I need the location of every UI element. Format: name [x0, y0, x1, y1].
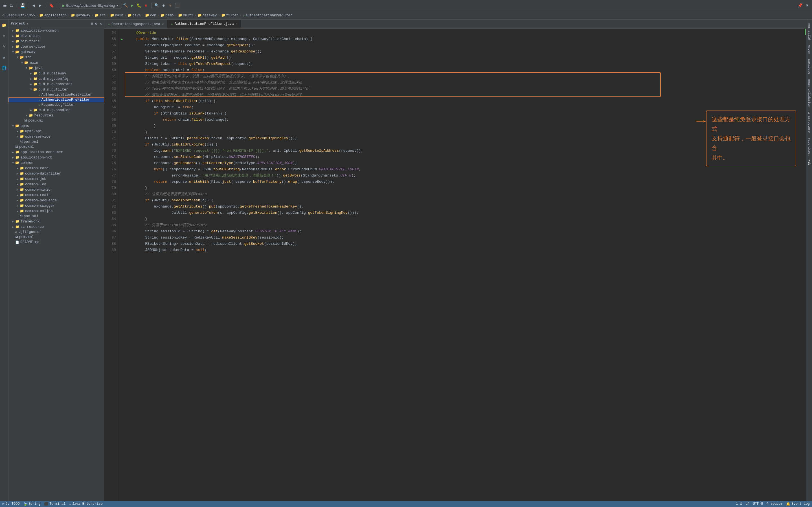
status-terminal[interactable]: ⬛ Terminal — [44, 502, 66, 506]
build-icon[interactable]: 🔨 — [123, 3, 128, 8]
tree-item-upms-api[interactable]: ▶ 📁 upms-api — [8, 128, 104, 134]
tree-item-common-sequence[interactable]: ▶ 📁 common-sequence — [8, 198, 104, 203]
tree-item-pom-common[interactable]: 𝐌 pom.xml — [8, 214, 104, 219]
tree-item-framework[interactable]: ▶ 📁 framework — [8, 219, 104, 224]
stop-icon[interactable]: ■ — [143, 3, 148, 8]
tree-item-authprefilter[interactable]: ☕ AuthenticationPreFilter — [8, 97, 104, 102]
tree-item-biz-stats[interactable]: ▶ 📁 biz-stats — [8, 33, 104, 39]
status-spring[interactable]: 🍃 Spring — [23, 502, 41, 506]
tree-item-common-xxljob[interactable]: ▶ 📁 common-xxljob — [8, 208, 104, 214]
tree-item-pom-upms[interactable]: 𝐌 pom.xml — [8, 139, 104, 145]
status-todo[interactable]: ☑ 6: TODO — [2, 502, 20, 506]
breadcrumb-demo[interactable]: 📁 demo — [161, 13, 174, 17]
tree-item-cdmgfilter[interactable]: ▼ 📂 c.d.m.g.filter — [8, 87, 104, 92]
breadcrumb-application[interactable]: 📁 application — [39, 13, 67, 17]
tree-item-common-swagger[interactable]: ▶ 📁 common-swagger — [8, 203, 104, 208]
tree-item-pom-main[interactable]: 𝐌 pom.xml — [8, 235, 104, 240]
tab-operationlogaspect[interactable]: ☕ OperationLogAspect.java ✕ — [104, 20, 167, 29]
status-encoding[interactable]: UTF-8 — [753, 502, 763, 506]
tree-item-readme[interactable]: 📄 README.md — [8, 240, 104, 245]
terminal-icon[interactable]: ⬛ — [175, 3, 180, 8]
tree-item-cdmghandler[interactable]: ▶ 📁 c.d.m.g.handler — [8, 107, 104, 113]
tree-item-common-redis[interactable]: ▶ 📁 common-redis — [8, 192, 104, 198]
database-panel[interactable]: Database — [807, 57, 811, 76]
structure-icon[interactable]: ≡ — [1, 33, 7, 39]
tree-item-src[interactable]: ▼ 📂 src — [8, 55, 104, 60]
tree-item-zz-resource[interactable]: ▶ 📁 zz-resource — [8, 224, 104, 230]
breadcrumb-gateway[interactable]: 📁 gateway — [71, 13, 90, 17]
tab-close-1[interactable]: ✕ — [162, 22, 164, 26]
tree-item-cdmgateway[interactable]: ▶ 📁 c.d.m.gateway — [8, 71, 104, 76]
vcs-icon[interactable]: ⑂ — [1, 44, 7, 50]
tree-item-resources[interactable]: ▶ 📁 resources — [8, 113, 104, 118]
tree-item-cdmgconfig[interactable]: ▶ 📁 c.d.m.g.config — [8, 76, 104, 81]
breadcrumb-project[interactable]: 🗂 DemoMulti-1055 — [2, 13, 35, 17]
project-icon[interactable]: 🗂 — [9, 3, 14, 8]
bookmark-icon[interactable]: 🔖 — [49, 3, 54, 8]
favorites-panel[interactable]: Favorites — [807, 135, 811, 157]
tree-item-upms-service[interactable]: ▶ 📁 upms-service — [8, 134, 104, 139]
tree-item-upms[interactable]: ▼ 📂 upms — [8, 123, 104, 128]
z-structure-panel[interactable]: Z Structure — [807, 110, 811, 135]
tree-item-common-datafilter[interactable]: ▶ 📁 common-datafilter — [8, 171, 104, 176]
tree-item-gateway[interactable]: ▼ 📂 gateway — [8, 49, 104, 55]
run-icon[interactable]: ▶ — [130, 3, 135, 8]
tree-item-java[interactable]: ▼ 📂 java — [8, 65, 104, 71]
code-content[interactable]: 这些都是纯免登录接口的处理方式支持通配符，一般登录接口会包含其中。 → @Ove… — [125, 29, 802, 501]
close-tree-icon[interactable]: ✕ — [100, 21, 102, 26]
dropdown-arrow[interactable]: ▼ — [26, 22, 28, 25]
breadcrumb-file[interactable]: ☕ AuthenticationPreFilter — [242, 13, 292, 17]
breadcrumb-multi[interactable]: 📁 multi — [178, 13, 193, 17]
tree-item-pom-root[interactable]: 𝐌 pom.xml — [8, 145, 104, 150]
status-java-enterprise[interactable]: ☕ Java Enterprise — [69, 502, 102, 506]
tab-close-2[interactable]: ✕ — [235, 22, 237, 26]
search-icon[interactable]: 🔍 — [154, 3, 159, 8]
status-lf[interactable]: LF — [745, 502, 749, 506]
project-view-icon[interactable]: 📁 — [1, 22, 7, 28]
run-gutter-icon[interactable]: ▶ — [121, 37, 123, 42]
ant-build-panel[interactable]: Ant Build — [807, 21, 811, 42]
breadcrumb-main[interactable]: 📁 main — [110, 13, 123, 17]
breadcrumb-gateway2[interactable]: 📁 gateway — [198, 13, 217, 17]
back-icon[interactable]: ◀ — [31, 3, 36, 8]
tree-item-main[interactable]: ▼ 📂 main — [8, 60, 104, 65]
breadcrumb-src[interactable]: 📁 src — [95, 13, 106, 17]
tree-item-common[interactable]: ▼ 📂 common — [8, 160, 104, 166]
status-position[interactable]: 1:1 — [736, 502, 742, 506]
tree-item-common-core[interactable]: ▶ 📁 common-core — [8, 166, 104, 171]
tree-item-common-job[interactable]: ▶ 📁 common-job — [8, 176, 104, 182]
web-icon[interactable]: 🌐 — [1, 65, 7, 71]
forward-icon[interactable]: ▶ — [38, 3, 43, 8]
tree-item-requestlogfilter[interactable]: ☕ RequestLogFilter — [8, 102, 104, 107]
settings-tree-icon[interactable]: ⚙ — [95, 21, 97, 26]
tab-authprefilter[interactable]: ☕ AuthenticationPreFilter.java ✕ — [167, 20, 241, 29]
bean-validation-panel[interactable]: Bean Validation — [807, 77, 811, 109]
web-panel[interactable]: Web — [807, 157, 811, 168]
tree-item-application-common[interactable]: ▶ 📁 application-common — [8, 28, 104, 33]
breadcrumb-filter[interactable]: 📁 filter — [221, 13, 238, 17]
favorites-icon[interactable]: ★ — [1, 54, 7, 60]
collapse-all-icon[interactable]: ⊟ — [91, 21, 93, 26]
tree-item-app-consumer[interactable]: ▶ 📁 application-consumer — [8, 150, 104, 155]
status-spaces[interactable]: 4 spaces — [767, 502, 783, 506]
pin-icon[interactable]: 📌 — [797, 3, 802, 8]
tree-item-authpostfilter[interactable]: ☕ AuthenticationPostFilter — [8, 92, 104, 97]
menu-icon[interactable]: ☰ — [2, 3, 7, 8]
settings-icon[interactable]: ⚙ — [161, 3, 166, 8]
breadcrumb-java[interactable]: 📁 java — [127, 13, 141, 17]
tree-item-common-log[interactable]: ▶ 📁 common-log — [8, 182, 104, 187]
status-event-log[interactable]: 🔔 Event Log — [786, 502, 810, 506]
git-icon[interactable]: ⑂ — [168, 3, 173, 8]
tree-item-cdmgconstant[interactable]: ▶ 📁 c.d.m.g.constant — [8, 81, 104, 87]
cross-icon[interactable]: ✖ — [805, 3, 810, 8]
tree-item-biz-trans[interactable]: ▶ 📁 biz-trans — [8, 39, 104, 44]
breadcrumb-com[interactable]: 📁 com — [145, 13, 156, 17]
maven-panel[interactable]: Maven — [807, 43, 811, 56]
tree-item-app-job[interactable]: ▶ 📁 application-job — [8, 155, 104, 160]
debug-icon[interactable]: 🐛 — [137, 3, 142, 8]
save-icon[interactable]: 💾 — [20, 3, 25, 8]
tree-item-course-paper[interactable]: ▶ 📁 course-paper — [8, 44, 104, 49]
tree-item-pom-gateway[interactable]: 𝐌 pom.xml — [8, 118, 104, 123]
tree-item-gitignore[interactable]: ⚙ .gitignore — [8, 230, 104, 235]
run-config-button[interactable]: ▶ GatewayApplication–Skywalking ▼ — [60, 3, 121, 8]
